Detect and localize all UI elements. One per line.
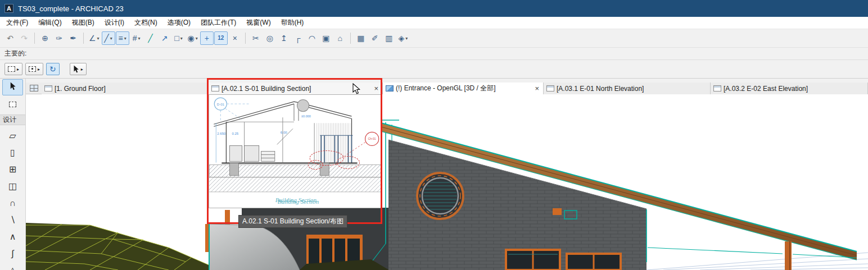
profile-button[interactable]: ▥ — [382, 31, 396, 45]
marquee-group-button[interactable]: ▸ — [4, 63, 22, 75]
tab-preview-popup[interactable]: D-01 — [209, 94, 382, 208]
home-story-button[interactable]: ⌂ — [333, 31, 347, 45]
drawing-title-ghost: Building Section — [278, 198, 319, 205]
dropdown-arrow-icon[interactable]: ▾ — [405, 36, 408, 41]
tab-label: [A.02.1 S-01 Building Section] — [221, 85, 370, 93]
menu-item-5[interactable]: 选项(O) — [162, 17, 196, 29]
marquee-tool-button[interactable] — [2, 96, 23, 112]
resize-button[interactable]: ▣ — [319, 31, 333, 45]
door-tool-button[interactable]: ∩ — [2, 195, 23, 211]
arrow-tool-button[interactable] — [2, 79, 23, 95]
gravity-button[interactable]: ↗ — [158, 31, 171, 45]
elevation-tab-icon — [713, 85, 721, 91]
menu-item-6[interactable]: 团队工作(T) — [196, 17, 241, 29]
tab-3[interactable]: [A.03.1 E-01 North Elevation] — [544, 83, 711, 94]
selection-group-button[interactable]: ▸ — [25, 63, 43, 75]
tab-overview-button[interactable] — [26, 83, 42, 94]
tab-label: [1. Ground Floor] — [55, 85, 205, 93]
profile-icon: ▥ — [385, 34, 392, 42]
toolbar-separator — [245, 33, 246, 44]
menu-item-1[interactable]: 编辑(Q) — [33, 17, 66, 29]
mesh-tool-button[interactable]: △ — [2, 262, 23, 270]
guide-line-button[interactable]: ∠▾ — [87, 31, 101, 45]
shell-tool-button[interactable]: ∫ — [2, 245, 23, 262]
menu-item-3[interactable]: 设计(I) — [100, 17, 129, 29]
workspace: 设计▱▯⊞◫∩∖∧∫△ [1. Ground Floor][A.02.1 S-0… — [0, 79, 868, 270]
tab-2[interactable]: (!) Entrance - OpenGL [3D / 全部]× — [383, 83, 544, 94]
toolbox: 设计▱▯⊞◫∩∖∧∫△ — [0, 79, 26, 270]
snap-reference-button[interactable]: ≡▾ — [116, 31, 129, 45]
wall-tool-button[interactable]: ▱ — [2, 127, 23, 144]
guide-lines-toggle-button[interactable]: + — [200, 31, 214, 45]
fillet-button[interactable]: ◠ — [305, 31, 319, 45]
element-anchor-button[interactable]: ◉▾ — [186, 31, 200, 45]
3d-scene — [26, 94, 868, 270]
column-tool-button[interactable]: ▯ — [2, 144, 23, 161]
shell-tool-icon: ∫ — [11, 249, 13, 258]
dropdown-arrow-icon[interactable]: ▾ — [180, 36, 183, 41]
rotate-view-button[interactable]: ↻ — [46, 63, 60, 75]
construction-square-button[interactable]: □▾ — [172, 31, 186, 45]
window-tool-button[interactable]: ⊞ — [2, 161, 23, 177]
inject-parameters-button[interactable]: ✒ — [66, 31, 80, 45]
favorites-icon: ✐ — [372, 34, 378, 42]
more-tools-button[interactable]: ◈▾ — [396, 31, 410, 45]
dropdown-arrow-icon[interactable]: ▾ — [138, 36, 140, 41]
section-building — [221, 117, 357, 163]
tab-4[interactable]: [A.03.2 E-02 East Elevation] — [711, 83, 868, 94]
tracker-button[interactable]: 12 — [214, 31, 228, 45]
tab-close-icon[interactable]: × — [534, 84, 540, 93]
stretch-button[interactable]: ↥ — [277, 31, 291, 45]
adjust-button[interactable]: ◎ — [263, 31, 277, 45]
redo-button[interactable]: ↷ — [17, 31, 31, 45]
wall-tool-icon: ▱ — [9, 131, 16, 140]
tab-close-icon[interactable]: × — [373, 84, 379, 93]
menu-item-4[interactable]: 文档(N) — [129, 17, 162, 29]
tab-label: (!) Entrance - OpenGL [3D / 全部] — [396, 84, 531, 93]
dropdown-arrow-icon[interactable]: ▾ — [124, 36, 126, 41]
menu-item-0[interactable]: 文件(F) — [1, 17, 33, 29]
dimension-text: ±0.000 — [301, 115, 311, 118]
change-marker-label: Ch-01 — [368, 137, 376, 140]
app-icon: A — [4, 4, 13, 13]
pick-up-parameters-button[interactable]: ✑ — [52, 31, 66, 45]
fillet-icon: ◠ — [309, 34, 315, 42]
arrow-cursor-icon — [10, 82, 16, 93]
dimension-text: 2.650 — [217, 132, 226, 135]
corner-button[interactable]: ┌ — [291, 31, 305, 45]
popup-arrow-icon: ▸ — [81, 67, 83, 72]
section-drawing-preview: D-01 — [209, 95, 381, 208]
split-icon: ✂ — [252, 34, 259, 42]
undo-button[interactable]: ↶ — [3, 31, 17, 45]
guide-line-icon: ∠ — [89, 34, 96, 42]
menu-item-8[interactable]: 帮助(H) — [276, 17, 309, 29]
dropdown-arrow-icon[interactable]: ▾ — [196, 36, 198, 41]
guide-segment-button[interactable]: ╱ — [144, 31, 157, 45]
object-tool-button[interactable]: ◫ — [2, 178, 23, 194]
home-story-icon: ⌂ — [338, 34, 342, 42]
canvas-3d-view[interactable] — [26, 94, 868, 270]
menu-item-2[interactable]: 视图(B) — [67, 17, 100, 29]
tab-1[interactable]: [A.02.1 S-01 Building Section]× — [209, 83, 383, 94]
find-and-select-button[interactable]: ⊕ — [38, 31, 52, 45]
snap-guides-button[interactable]: ╱▾ — [102, 31, 115, 45]
snap-off-button[interactable]: × — [228, 31, 242, 45]
floor-grid-lines — [647, 253, 868, 270]
tab-0[interactable]: [1. Ground Floor] — [42, 83, 209, 94]
arrow-cursor-icon — [73, 65, 79, 74]
renovation-filter-button[interactable]: ▦ — [354, 31, 368, 45]
floor-tab-icon — [44, 85, 52, 91]
quad-view-icon — [30, 85, 38, 91]
favorites-button[interactable]: ✐ — [368, 31, 382, 45]
snap-grid-button[interactable]: #▾ — [130, 31, 143, 45]
menu-item-7[interactable]: 视窗(W) — [241, 17, 275, 29]
roof-tool-button[interactable]: ∧ — [2, 228, 23, 245]
dropdown-arrow-icon[interactable]: ▾ — [97, 36, 100, 41]
options-bar: 主要的: — [0, 48, 868, 60]
window-title: TS03_complete - ARCHICAD 23 — [18, 4, 124, 13]
beam-tool-button[interactable]: ∖ — [2, 212, 23, 228]
tab-label: [A.03.2 E-02 East Elevation] — [724, 85, 865, 93]
dropdown-arrow-icon[interactable]: ▾ — [110, 36, 112, 41]
split-button[interactable]: ✂ — [249, 31, 263, 45]
arrow-tool-button[interactable]: ▸ — [70, 63, 87, 75]
